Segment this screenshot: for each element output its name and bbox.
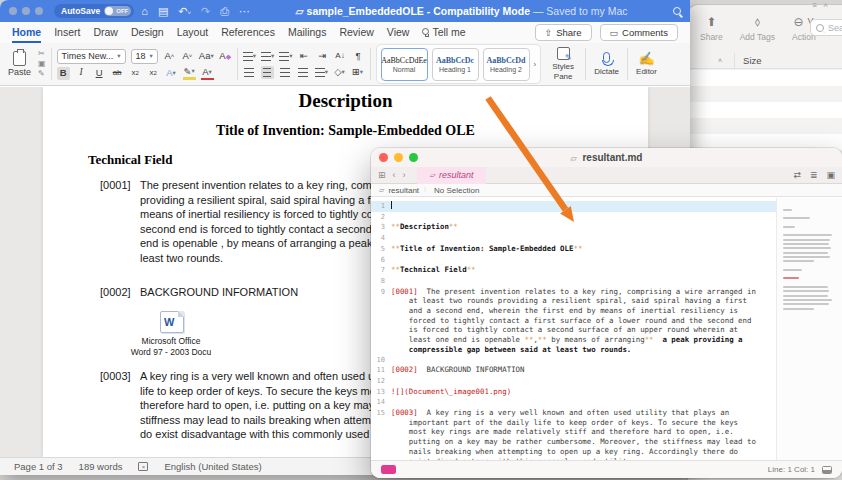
align-right-button[interactable] [279, 66, 292, 79]
share-button[interactable]: ⇧ Share [535, 24, 592, 41]
autosave-toggle[interactable]: AutoSave OFF [54, 4, 134, 18]
ribbon-tab-insert[interactable]: Insert [54, 22, 80, 43]
code-line[interactable]: 11[0002] BACKGROUND INFORMATION [371, 365, 776, 376]
copy-icon[interactable]: ▣ [38, 60, 46, 68]
ribbon-tab-draw[interactable]: Draw [93, 22, 118, 43]
back-icon[interactable]: ‹ [393, 170, 396, 180]
code-line[interactable]: 10 [371, 355, 776, 366]
align-center-button[interactable] [261, 66, 274, 79]
proofing-icon[interactable]: × [138, 462, 148, 471]
font-color-button[interactable]: A▾ [201, 67, 214, 80]
highlight-button[interactable]: ✎▾ [183, 67, 196, 80]
code-line[interactable]: 2 [371, 212, 776, 223]
ribbon-tab-references[interactable]: References [221, 22, 275, 43]
borders-button[interactable]: ⊞▾ [351, 66, 364, 79]
bullet-list-button[interactable]: ▾ [243, 50, 256, 63]
code-line[interactable]: 9[0001] The present invention relates to… [371, 287, 776, 355]
finder-add-tags-button[interactable]: ⬨ Add Tags [740, 15, 775, 42]
forward-icon[interactable]: › [403, 170, 406, 180]
style-heading1[interactable]: AaBbCcDc Heading 1 [432, 48, 479, 81]
code-editor-area[interactable]: 12 3**Description**4 5**Title of Inventi… [371, 198, 776, 460]
tab-resultant[interactable]: ▱ resultant [417, 167, 487, 184]
finder-window-controls[interactable]: ≡ ˄ [812, 1, 830, 10]
zoom-button[interactable] [35, 7, 43, 15]
shading-button[interactable]: ◇▾ [333, 66, 346, 79]
finder-share-button[interactable]: ⬆ Share [700, 15, 723, 42]
shrink-font-button[interactable]: A˅ [181, 50, 194, 63]
paste-button[interactable]: Paste [6, 51, 33, 77]
embedded-ole-word-icon[interactable]: W [160, 311, 184, 333]
italic-button[interactable]: I [75, 67, 88, 80]
code-line[interactable]: 12 [371, 376, 776, 387]
underline-button[interactable]: U [93, 67, 106, 80]
code-line[interactable]: 6 [371, 255, 776, 266]
ribbon-tab-review[interactable]: Review [339, 22, 373, 43]
word-titlebar[interactable]: AutoSave OFF ⌂ ▤ ↶˅ ↷ ⎙ ⋯ ▱ sample_Embed… [0, 0, 690, 22]
ribbon-tab-design[interactable]: Design [131, 22, 164, 43]
save-icon[interactable]: ▤ [158, 6, 168, 17]
autosave-switch[interactable]: OFF [104, 6, 131, 16]
code-line[interactable]: 3**Description** [371, 222, 776, 233]
bottom-panel-icon[interactable] [822, 466, 832, 474]
increase-indent-button[interactable]: ⇥ [316, 50, 329, 63]
editor-titlebar[interactable]: ▱ resultant.md [371, 148, 842, 167]
ribbon-tab-view[interactable]: View [387, 22, 410, 43]
gallery-expand-icon[interactable]: › [534, 60, 537, 69]
numbered-list-button[interactable]: ▾ [261, 50, 274, 63]
bold-button[interactable]: B [57, 67, 70, 80]
format-painter-icon[interactable]: ✎ [38, 70, 46, 78]
multilevel-list-button[interactable]: ▾ [279, 50, 292, 63]
line-spacing-button[interactable]: ▾ [315, 66, 328, 79]
editor-jump-bar[interactable]: ▱ resultant 〉 No Selection [371, 184, 842, 197]
superscript-button[interactable]: x2 [147, 67, 160, 80]
justify-button[interactable] [297, 66, 310, 79]
dictate-button[interactable]: Dictate [591, 52, 622, 76]
ribbon-tab-home[interactable]: Home [12, 22, 41, 43]
styles-pane-button[interactable]: Styles Pane [546, 47, 580, 80]
clear-formatting-button[interactable]: A◆ [219, 50, 232, 63]
ribbon-tab-layout[interactable]: Layout [177, 22, 209, 43]
comments-button[interactable]: ▭ Comments [600, 24, 678, 41]
style-normal[interactable]: AaBbCcDdEe Normal [381, 48, 428, 81]
more-icon[interactable]: ⋯ [239, 6, 250, 17]
grid-view-icon[interactable]: ⊞ [378, 170, 386, 180]
close-button[interactable] [9, 7, 17, 15]
cut-icon[interactable]: ✂ [38, 50, 46, 58]
code-line[interactable]: 8 [371, 276, 776, 287]
finder-list-header[interactable]: ˄ Size [688, 53, 842, 69]
minimize-button[interactable] [22, 7, 30, 15]
style-heading2[interactable]: AaBbCcDd Heading 2 [483, 48, 530, 81]
editor-minimap[interactable] [776, 198, 842, 460]
code-line[interactable]: 4 [371, 233, 776, 244]
swap-arrows-icon[interactable]: ⇄ [793, 170, 801, 180]
editor-button[interactable]: ✍ Editor [633, 52, 660, 76]
font-name-select[interactable]: Times New... ▾ [57, 49, 126, 64]
strikethrough-button[interactable]: ab [111, 67, 124, 80]
code-line[interactable]: 13![](Document\_image001.png) [371, 387, 776, 398]
code-line[interactable]: 7**Technical Field** [371, 265, 776, 276]
change-case-button[interactable]: Aa▾ [199, 50, 214, 63]
decrease-indent-button[interactable]: ⇤ [298, 50, 311, 63]
inspector-panel-icon[interactable]: ▣ [826, 170, 835, 180]
align-left-button[interactable] [243, 66, 256, 79]
ribbon-tab-tellme[interactable]: Tell me [422, 22, 465, 43]
home-icon[interactable]: ⌂ [141, 6, 148, 17]
font-size-select[interactable]: 18 ▾ [131, 49, 158, 64]
word-count[interactable]: 189 words [79, 461, 123, 472]
list-icon[interactable]: ≣ [810, 170, 818, 180]
finder-search-input[interactable]: Sea [810, 19, 842, 36]
grow-font-button[interactable]: A˄ [163, 50, 176, 63]
code-line[interactable]: 15[0003] A key ring is a very well known… [371, 408, 776, 460]
language-indicator[interactable]: English (United States) [164, 461, 261, 472]
code-line[interactable]: 14 [371, 397, 776, 408]
print-icon[interactable]: ⎙ [220, 6, 229, 17]
text-effects-button[interactable]: A▾ [165, 67, 178, 80]
undo-icon[interactable]: ↶˅ [178, 6, 191, 17]
code-line[interactable]: 5**Title of Invention: Sample-Embedded O… [371, 244, 776, 255]
breadcrumb-file[interactable]: resultant [388, 186, 419, 195]
code-line[interactable]: 1 [371, 201, 776, 212]
size-column-header[interactable]: Size [734, 53, 761, 68]
titlebar-search-icon[interactable] [673, 7, 681, 15]
sort-button[interactable]: A↓ [334, 50, 347, 63]
redo-icon[interactable]: ↷ [201, 6, 210, 17]
